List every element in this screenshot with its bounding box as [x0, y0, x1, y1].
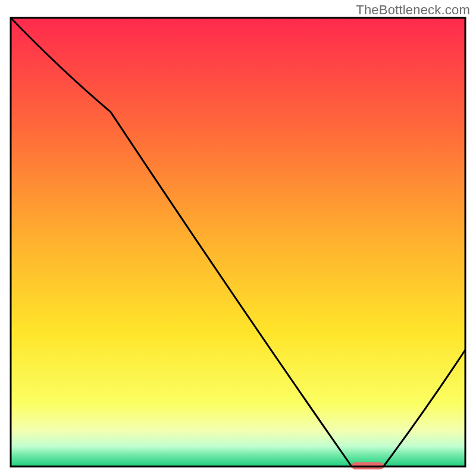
chart-container: TheBottleneck.com	[0, 0, 476, 476]
chart-svg	[0, 0, 476, 476]
watermark-text: TheBottleneck.com	[356, 2, 470, 18]
